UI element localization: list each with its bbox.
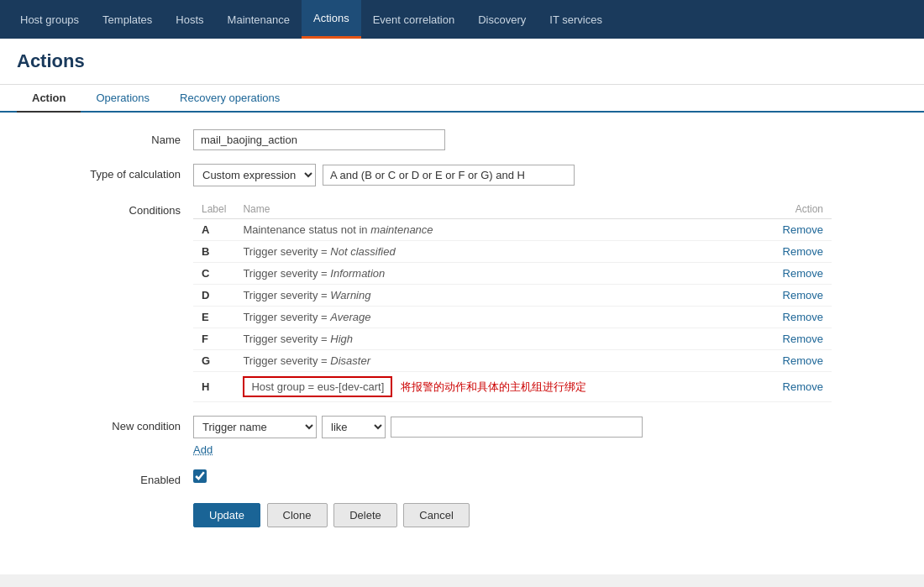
- tab-operations[interactable]: Operations: [81, 85, 165, 113]
- delete-button[interactable]: Delete: [333, 503, 397, 527]
- annotation-text: 将报警的动作和具体的主机组进行绑定: [401, 380, 586, 395]
- calc-label: Type of calculation: [25, 164, 193, 181]
- enabled-row: Enabled: [25, 469, 899, 486]
- name-row: Name: [25, 129, 899, 150]
- conditions-table: Label Name Action A Maintenance status n…: [193, 200, 832, 402]
- conditions-table-wrap: Label Name Action A Maintenance status n…: [193, 200, 832, 402]
- table-row: G Trigger severity = Disaster Remove: [193, 350, 832, 372]
- new-condition-label: New condition: [25, 416, 193, 432]
- h-highlight-cell: Host group = eus-[dev-cart]: [243, 376, 392, 397]
- remove-link-c[interactable]: Remove: [783, 267, 823, 280]
- page-title: Actions: [0, 39, 924, 85]
- tabs-bar: Action Operations Recovery operations: [0, 85, 924, 113]
- row-action-g[interactable]: Remove: [749, 350, 832, 372]
- new-condition-inputs: Trigger name Trigger severity Host group…: [193, 416, 832, 438]
- table-row-h: H Host group = eus-[dev-cart] 将报警的动作和具体的…: [193, 372, 832, 402]
- remove-link-d[interactable]: Remove: [783, 289, 823, 301]
- row-label-e: E: [193, 307, 234, 328]
- nav-host-groups[interactable]: Host groups: [8, 0, 91, 39]
- enabled-label: Enabled: [25, 469, 193, 486]
- remove-link-h[interactable]: Remove: [783, 380, 823, 393]
- table-row: B Trigger severity = Not classified Remo…: [193, 241, 832, 263]
- new-condition-control: Trigger name Trigger severity Host group…: [193, 416, 832, 456]
- remove-link-e[interactable]: Remove: [783, 311, 823, 323]
- row-label-b: B: [193, 241, 234, 263]
- nav-it-services[interactable]: IT services: [538, 0, 614, 39]
- row-label-a: A: [193, 219, 234, 241]
- buttons-row: Update Clone Delete Cancel: [25, 503, 899, 527]
- row-label-c: C: [193, 263, 234, 285]
- row-action-b[interactable]: Remove: [749, 241, 832, 263]
- nav-hosts[interactable]: Hosts: [164, 0, 215, 39]
- table-row: D Trigger severity = Warning Remove: [193, 285, 832, 307]
- conditions-row: Conditions Label Name Action A Maintenan…: [25, 200, 899, 402]
- row-name-g: Trigger severity = Disaster: [234, 350, 749, 372]
- col-header-name: Name: [234, 200, 749, 219]
- clone-button[interactable]: Clone: [267, 503, 328, 527]
- new-condition-select2[interactable]: like not like = ≠: [322, 416, 386, 438]
- nav-maintenance[interactable]: Maintenance: [216, 0, 302, 39]
- row-name-c: Trigger severity = Information: [234, 263, 749, 285]
- top-navigation: Host groups Templates Hosts Maintenance …: [0, 0, 924, 39]
- calc-control: And/Or And Or Custom expression: [193, 164, 832, 186]
- add-link[interactable]: Add: [193, 443, 213, 456]
- row-action-h[interactable]: Remove: [749, 372, 832, 402]
- new-condition-value-input[interactable]: [391, 417, 643, 438]
- expression-input[interactable]: [323, 165, 575, 186]
- row-name-f: Trigger severity = High: [234, 328, 749, 350]
- row-label-f: F: [193, 328, 234, 350]
- nav-discovery[interactable]: Discovery: [466, 0, 538, 39]
- enabled-checkbox[interactable]: [193, 469, 207, 483]
- remove-link-a[interactable]: Remove: [783, 223, 823, 236]
- row-name-a: Maintenance status not in maintenance: [234, 219, 749, 241]
- table-row: F Trigger severity = High Remove: [193, 328, 832, 350]
- row-action-a[interactable]: Remove: [749, 219, 832, 241]
- cancel-button[interactable]: Cancel: [403, 503, 469, 527]
- remove-link-b[interactable]: Remove: [783, 245, 823, 258]
- calc-row: Type of calculation And/Or And Or Custom…: [25, 164, 899, 186]
- conditions-label: Conditions: [25, 200, 193, 217]
- new-condition-row: New condition Trigger name Trigger sever…: [25, 416, 899, 456]
- row-name-b: Trigger severity = Not classified: [234, 241, 749, 263]
- tab-recovery-operations[interactable]: Recovery operations: [165, 85, 295, 113]
- new-condition-select1[interactable]: Trigger name Trigger severity Host group…: [193, 416, 317, 438]
- update-button[interactable]: Update: [193, 503, 260, 527]
- calc-select[interactable]: And/Or And Or Custom expression: [193, 164, 316, 186]
- row-name-e: Trigger severity = Average: [234, 307, 749, 328]
- nav-event-correlation[interactable]: Event correlation: [361, 0, 467, 39]
- nav-templates[interactable]: Templates: [91, 0, 164, 39]
- name-control: [193, 129, 832, 150]
- row-name-h: Host group = eus-[dev-cart] 将报警的动作和具体的主机…: [234, 372, 749, 402]
- row-action-c[interactable]: Remove: [749, 263, 832, 285]
- table-row: C Trigger severity = Information Remove: [193, 263, 832, 285]
- name-label: Name: [25, 129, 193, 146]
- main-content: Name Type of calculation And/Or And Or C…: [0, 113, 924, 574]
- col-header-label: Label: [193, 200, 234, 219]
- h-row-wrap: Host group = eus-[dev-cart] 将报警的动作和具体的主机…: [243, 376, 741, 397]
- enabled-control: [193, 469, 832, 483]
- buttons-wrap: Update Clone Delete Cancel: [193, 503, 832, 527]
- row-label-h: H: [193, 372, 234, 402]
- row-action-d[interactable]: Remove: [749, 285, 832, 307]
- row-action-e[interactable]: Remove: [749, 307, 832, 328]
- col-header-action: Action: [749, 200, 832, 219]
- row-label-g: G: [193, 350, 234, 372]
- table-row: A Maintenance status not in maintenance …: [193, 219, 832, 241]
- row-label-d: D: [193, 285, 234, 307]
- row-name-d: Trigger severity = Warning: [234, 285, 749, 307]
- remove-link-f[interactable]: Remove: [783, 333, 823, 345]
- nav-actions[interactable]: Actions: [302, 0, 361, 39]
- table-row: E Trigger severity = Average Remove: [193, 307, 832, 328]
- remove-link-g[interactable]: Remove: [783, 354, 823, 367]
- name-input[interactable]: [193, 129, 445, 150]
- row-action-f[interactable]: Remove: [749, 328, 832, 350]
- tab-action[interactable]: Action: [17, 85, 81, 113]
